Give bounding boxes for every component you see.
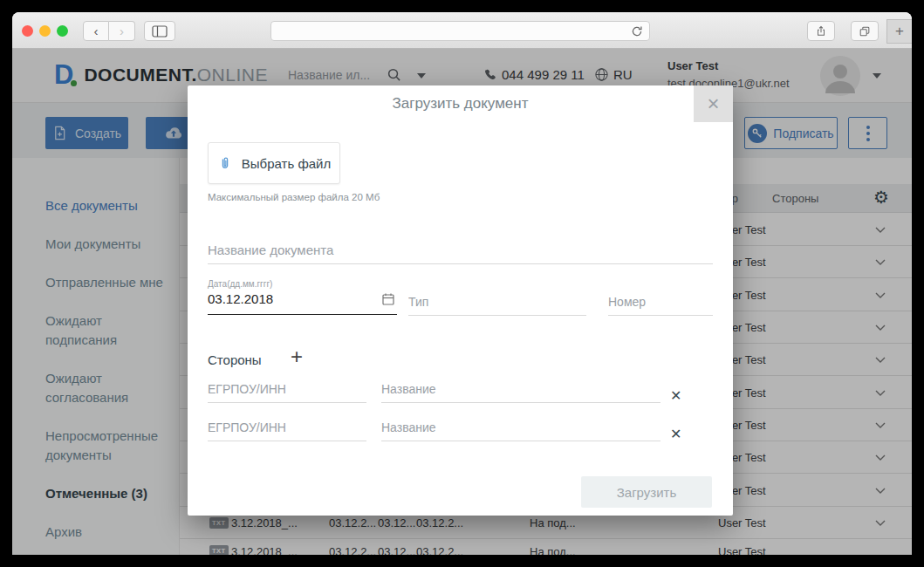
- document-name-input[interactable]: [208, 243, 713, 264]
- tab-overview-button[interactable]: [851, 21, 879, 41]
- party-1-code-input[interactable]: [208, 382, 366, 403]
- remove-party-1-button[interactable]: ✕: [670, 387, 681, 404]
- browser-window: ‹ › + D DOCUMENT.ONLINE: [12, 12, 912, 555]
- window-controls: [22, 25, 68, 37]
- forward-icon: ›: [120, 24, 124, 38]
- sidebar-toggle-button[interactable]: [144, 21, 175, 41]
- plus-icon: +: [291, 345, 303, 368]
- plus-icon: +: [895, 23, 904, 40]
- share-icon: [815, 24, 827, 38]
- forward-button[interactable]: ›: [109, 21, 135, 41]
- zoom-window-button[interactable]: [57, 25, 68, 37]
- party-2-name-input[interactable]: [381, 420, 660, 441]
- number-input[interactable]: [608, 295, 713, 316]
- max-file-size-note: Максимальный размер файла 20 Мб: [208, 192, 380, 202]
- remove-icon: ✕: [670, 388, 681, 403]
- app-page: D DOCUMENT.ONLINE 044 499 29 11 RU User …: [12, 49, 912, 555]
- tabs-icon: [859, 25, 871, 38]
- calendar-icon[interactable]: [381, 292, 395, 306]
- new-tab-button[interactable]: +: [886, 19, 912, 44]
- address-bar[interactable]: [270, 21, 650, 41]
- type-input[interactable]: [408, 295, 586, 316]
- parties-label: Стороны: [208, 352, 262, 367]
- modal-title: Загрузить документ: [188, 95, 733, 113]
- party-2-code-input[interactable]: [208, 420, 366, 441]
- share-button[interactable]: [807, 21, 835, 41]
- back-icon: ‹: [94, 24, 99, 38]
- minimize-window-button[interactable]: [39, 25, 51, 37]
- remove-icon: ✕: [670, 427, 681, 441]
- add-party-button[interactable]: +: [291, 345, 303, 369]
- reload-icon[interactable]: [630, 24, 644, 38]
- submit-upload-button[interactable]: Загрузить: [581, 476, 712, 508]
- modal-close-button[interactable]: ×: [694, 85, 733, 122]
- choose-file-button[interactable]: Выбрать файл: [208, 142, 340, 184]
- paperclip-icon: [217, 154, 233, 172]
- sidebar-icon: [152, 25, 168, 38]
- upload-document-modal: Загрузить документ × Выбрать файл Максим…: [188, 85, 733, 516]
- back-button[interactable]: ‹: [83, 21, 109, 41]
- date-label: Дата(дд.мм.гггг): [208, 279, 397, 289]
- screenshot-frame: ‹ › + D DOCUMENT.ONLINE: [0, 0, 924, 567]
- remove-party-2-button[interactable]: ✕: [670, 426, 681, 442]
- close-icon: ×: [707, 92, 719, 116]
- browser-toolbar: ‹ › +: [12, 12, 912, 49]
- party-1-name-input[interactable]: [381, 382, 660, 403]
- close-window-button[interactable]: [22, 25, 33, 37]
- date-field[interactable]: Дата(дд.мм.гггг): [208, 279, 397, 315]
- date-input[interactable]: [208, 291, 373, 306]
